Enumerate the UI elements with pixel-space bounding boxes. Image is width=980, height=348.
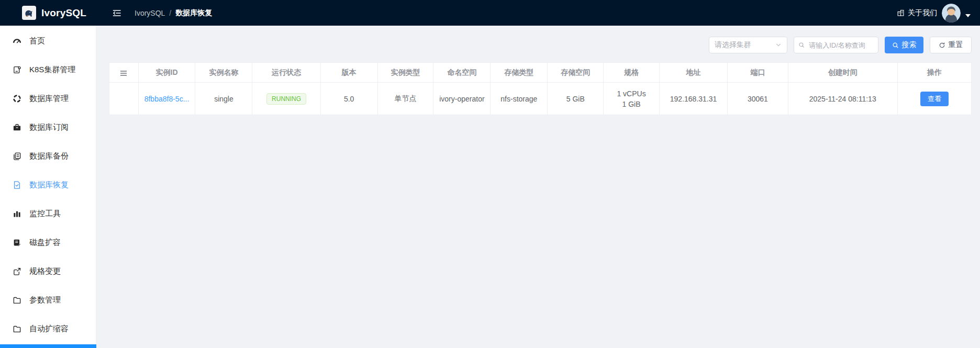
dashboard-icon: [13, 37, 21, 46]
search-icon: [892, 42, 899, 49]
sidebar-item-db-subscription[interactable]: 数据库订阅: [0, 113, 96, 142]
view-button[interactable]: 查看: [920, 92, 949, 106]
sidebar-item-home[interactable]: 首页: [0, 27, 96, 55]
cell-instance-type: 单节点: [377, 83, 433, 115]
avatar[interactable]: [942, 4, 961, 23]
navbar-right: 关于我们: [897, 4, 980, 23]
sidebar-item-label: 数据库订阅: [29, 122, 69, 132]
search-icon: [798, 41, 805, 49]
col-version: 版本: [320, 63, 377, 83]
chevron-down-icon[interactable]: [965, 14, 971, 17]
sidebar-item-label: 自动扩缩容: [29, 324, 69, 334]
col-storage-size: 存储空间: [548, 63, 604, 83]
col-actions: 操作: [897, 63, 971, 83]
sidebar-item-label: 磁盘扩容: [29, 238, 61, 248]
search-input[interactable]: [808, 41, 874, 50]
breadcrumb-root[interactable]: IvorySQL: [135, 9, 165, 17]
sidebar-item-db-backup[interactable]: 数据库备份: [0, 142, 96, 171]
status-badge: RUNNING: [266, 93, 306, 105]
top-navbar: IvorySQL IvorySQL / 数据库恢复 关于我们: [0, 0, 980, 26]
cell-actions: 查看: [897, 83, 971, 115]
instance-id-link[interactable]: 8fbba8f8-5c...: [144, 95, 190, 103]
cluster-select[interactable]: 请选择集群: [709, 37, 787, 53]
col-status: 运行状态: [252, 63, 320, 83]
sidebar-item-db-recovery[interactable]: 数据库恢复: [0, 171, 96, 199]
filter-bar: 请选择集群 搜索: [109, 37, 972, 53]
col-spec: 规格: [604, 63, 660, 83]
search-button[interactable]: 搜索: [885, 37, 923, 53]
refresh-icon: [939, 42, 945, 49]
search-box: [794, 37, 878, 53]
cell-address: 192.168.31.31: [659, 83, 727, 115]
col-storage-type: 存储类型: [491, 63, 548, 83]
reset-button-label: 重置: [949, 40, 963, 50]
expand-all-icon: [120, 71, 127, 76]
sidebar-item-label: 数据库恢复: [29, 180, 69, 190]
sidebar-bottom-indicator: [0, 344, 96, 348]
sidebar-item-label: 规格变更: [29, 266, 61, 276]
chevron-down-icon: [775, 42, 782, 48]
spec-memory: 1 GiB: [607, 99, 656, 109]
sidebar-item-k8s-cluster[interactable]: K8S集群管理: [0, 55, 96, 84]
col-port: 端口: [728, 63, 788, 83]
col-instance-name: 实例名称: [195, 63, 252, 83]
database-ring-icon: [13, 94, 21, 103]
cell-port: 30061: [728, 83, 788, 115]
col-instance-type: 实例类型: [377, 63, 433, 83]
sidebar-item-monitoring[interactable]: 监控工具: [0, 199, 96, 228]
file-check-icon: [13, 181, 21, 189]
main-layout: 首页 K8S集群管理 数据库管理 数据库订阅: [0, 26, 980, 348]
reset-button[interactable]: 重置: [930, 37, 972, 53]
col-namespace: 命名空间: [433, 63, 491, 83]
sidebar-item-label: K8S集群管理: [29, 65, 75, 75]
sidebar-item-parameter-management[interactable]: 参数管理: [0, 286, 96, 315]
bar-chart-icon: [13, 209, 21, 218]
disk-edit-icon: [13, 238, 21, 247]
sidebar-item-label: 数据库备份: [29, 151, 69, 161]
brand[interactable]: IvorySQL: [0, 6, 96, 20]
cell-namespace: ivory-operator: [433, 83, 491, 115]
breadcrumb: IvorySQL / 数据库恢复: [135, 8, 212, 18]
subscription-icon: [13, 123, 21, 132]
about-us-link[interactable]: 关于我们: [897, 8, 937, 18]
sidebar-item-label: 参数管理: [29, 295, 61, 305]
folder-icon: [13, 324, 21, 333]
col-expand[interactable]: [109, 63, 139, 83]
cell-created-at: 2025-11-24 08:11:13: [788, 83, 897, 115]
backup-copy-icon: [13, 152, 21, 161]
brand-title: IvorySQL: [41, 7, 86, 19]
sidebar-item-spec-change[interactable]: 规格变更: [0, 257, 96, 286]
breadcrumb-current: 数据库恢复: [175, 8, 212, 18]
col-created-at: 创建时间: [788, 63, 897, 83]
folder-icon: [13, 296, 21, 305]
cell-instance-name: single: [195, 83, 252, 115]
cell-spec: 1 vCPUs 1 GiB: [604, 83, 660, 115]
breadcrumb-separator: /: [169, 9, 171, 17]
instances-table: 实例ID 实例名称 运行状态 版本 实例类型 命名空间 存储类型 存储空间 规格…: [109, 62, 972, 115]
sidebar-item-disk-expansion[interactable]: 磁盘扩容: [0, 228, 96, 257]
building-icon: [897, 9, 905, 17]
sidebar-item-db-management[interactable]: 数据库管理: [0, 84, 96, 113]
cell-storage-size: 5 GiB: [548, 83, 604, 115]
col-instance-id: 实例ID: [138, 63, 195, 83]
cell-status: RUNNING: [252, 83, 320, 115]
ivorysql-logo-icon: [22, 6, 36, 20]
cell-instance-id: 8fbba8f8-5c...: [138, 83, 195, 115]
spec-cpu: 1 vCPUs: [607, 88, 656, 99]
cluster-select-placeholder: 请选择集群: [715, 40, 751, 50]
cluster-icon: [13, 65, 21, 74]
export-icon: [13, 267, 21, 276]
instances-table-card: 实例ID 实例名称 运行状态 版本 实例类型 命名空间 存储类型 存储空间 规格…: [109, 62, 972, 115]
sidebar-item-auto-scaling[interactable]: 自动扩缩容: [0, 315, 96, 343]
col-address: 地址: [659, 63, 727, 83]
cell-version: 5.0: [320, 83, 377, 115]
table-row: 8fbba8f8-5c... single RUNNING 5.0 单节点 iv…: [109, 83, 972, 115]
about-us-label: 关于我们: [908, 8, 937, 18]
sidebar-item-label: 首页: [29, 36, 45, 46]
sidebar-item-label: 监控工具: [29, 209, 61, 219]
sidebar: 首页 K8S集群管理 数据库管理 数据库订阅: [0, 26, 96, 348]
table-header-row: 实例ID 实例名称 运行状态 版本 实例类型 命名空间 存储类型 存储空间 规格…: [109, 63, 972, 83]
cell-storage-type: nfs-storage: [491, 83, 548, 115]
sidebar-item-label: 数据库管理: [29, 94, 69, 104]
menu-fold-icon[interactable]: [112, 8, 121, 18]
